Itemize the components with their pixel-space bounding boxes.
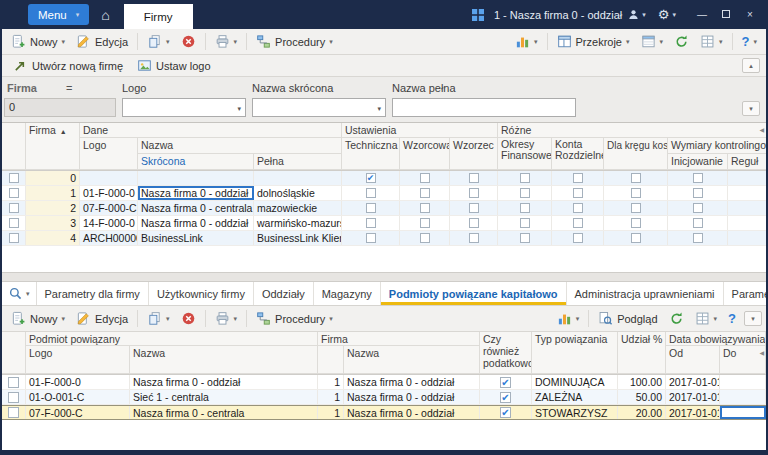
flag-cell[interactable]: ✔	[342, 171, 400, 185]
detail-layout-button[interactable]: ▾	[690, 309, 723, 328]
skrocona-cell[interactable]: Nasza firma 0 - centrala	[138, 201, 254, 215]
checkbox-unchecked-icon[interactable]	[9, 188, 19, 198]
checkbox-unchecked-icon[interactable]	[693, 218, 703, 228]
detail-print-button[interactable]: ▾	[210, 309, 243, 328]
panel-splitter[interactable]	[2, 272, 766, 282]
checkbox-unchecked-icon[interactable]	[631, 218, 641, 228]
detail-new-button[interactable]: Nowy ▾	[6, 309, 70, 328]
filter-operator[interactable]: =	[66, 82, 72, 94]
company-row[interactable]: 207-F-000-CNasza firma 0 - centralamazow…	[2, 201, 766, 216]
checkbox-unchecked-icon[interactable]	[366, 188, 376, 198]
checkbox-unchecked-icon[interactable]	[520, 218, 530, 228]
collapse-detail-button[interactable]: ▾	[744, 311, 762, 326]
scroll-left-icon[interactable]: ◀	[759, 126, 764, 133]
skrocona-cell[interactable]: BusinessLink	[138, 231, 254, 245]
col-header-pelna[interactable]: Pełna	[254, 154, 342, 170]
view-button[interactable]: ▾	[636, 32, 669, 51]
detail-tab[interactable]: Parametry komunikacji z UPS	[724, 282, 766, 305]
checkbox-unchecked-icon[interactable]	[420, 173, 430, 183]
group-header-firma[interactable]: Firma	[318, 332, 480, 346]
col-header-firma[interactable]: Firma▲	[26, 123, 80, 170]
flag-cell[interactable]	[498, 186, 552, 200]
checkbox-unchecked-icon[interactable]	[9, 233, 19, 243]
chevron-down-icon[interactable]: ▾	[642, 11, 646, 18]
col-header-od[interactable]: Od	[666, 346, 720, 374]
flag-cell[interactable]	[450, 231, 498, 245]
help-button[interactable]: ? ▾	[737, 33, 762, 50]
col-header-typ[interactable]: Typ powiązania	[532, 332, 618, 374]
layout-button[interactable]: ▾	[695, 32, 728, 51]
checkbox-unchecked-icon[interactable]	[469, 203, 479, 213]
flag-cell[interactable]	[498, 231, 552, 245]
checkbox-unchecked-icon[interactable]	[520, 203, 530, 213]
checkbox-unchecked-icon[interactable]	[366, 203, 376, 213]
row-select-cell[interactable]	[2, 231, 26, 245]
checkbox-checked-icon[interactable]: ✔	[500, 407, 511, 418]
detail-delete-button[interactable]	[176, 309, 201, 328]
company-row[interactable]: 0✔	[2, 171, 766, 186]
col-header-skrocona[interactable]: Skrócona	[138, 154, 254, 170]
company-row[interactable]: 314-F-000-0Nasza firma 0 - oddziałwarmiń…	[2, 216, 766, 231]
company-row[interactable]: 4ARCH00000BusinessLinkBusinessLink Klien…	[2, 231, 766, 246]
refresh-button[interactable]	[669, 32, 694, 51]
flag-cell[interactable]	[604, 186, 668, 200]
active-company-selector[interactable]: 1 - Nasza firma 0 - oddział	[494, 9, 622, 21]
minimize-button[interactable]: —	[690, 9, 714, 20]
checkbox-unchecked-icon[interactable]	[9, 203, 19, 213]
checkbox-unchecked-icon[interactable]	[469, 233, 479, 243]
maximize-button[interactable]	[714, 9, 738, 20]
checkbox-unchecked-icon[interactable]	[631, 233, 641, 243]
checkbox-unchecked-icon[interactable]	[8, 377, 19, 388]
copy-button[interactable]: ▾	[142, 32, 175, 51]
checkbox-unchecked-icon[interactable]	[420, 203, 430, 213]
checkbox-unchecked-icon[interactable]	[573, 173, 583, 183]
col-header-udzial[interactable]: Udział %	[618, 332, 666, 374]
detail-copy-button[interactable]: ▾	[142, 309, 175, 328]
detail-tab[interactable]: Administracja uprawnieniami	[567, 282, 724, 305]
col-header-logo[interactable]: Logo	[26, 346, 130, 374]
checkbox-unchecked-icon[interactable]	[420, 233, 430, 243]
checkbox-unchecked-icon[interactable]	[469, 173, 479, 183]
detail-tab[interactable]: Parametry dla firmy	[37, 282, 149, 305]
detail-procedures-button[interactable]: Procedury ▾	[251, 309, 338, 328]
flag-cell[interactable]	[400, 216, 450, 230]
checkbox-unchecked-icon[interactable]	[631, 173, 641, 183]
checkbox-unchecked-icon[interactable]	[693, 203, 703, 213]
flag-cell[interactable]	[498, 216, 552, 230]
pelna-filter-input[interactable]	[392, 98, 576, 117]
preview-button[interactable]: Podgląd	[593, 309, 662, 328]
checkbox-unchecked-icon[interactable]	[469, 188, 479, 198]
podatkowo-cell[interactable]: ✔	[480, 390, 532, 404]
select-all-header[interactable]	[2, 332, 26, 374]
flag-cell[interactable]	[342, 231, 400, 245]
detail-tab[interactable]: Podmioty powiązane kapitałowo	[381, 282, 567, 305]
row-select-cell[interactable]	[2, 375, 26, 389]
skrocona-cell[interactable]	[138, 171, 254, 185]
col-header-firma-nr[interactable]	[318, 346, 344, 374]
checkbox-unchecked-icon[interactable]	[631, 188, 641, 198]
close-button[interactable]: ×	[738, 9, 762, 20]
flag-cell[interactable]	[498, 171, 552, 185]
flag-cell[interactable]	[552, 186, 604, 200]
checkbox-unchecked-icon[interactable]	[573, 218, 583, 228]
do-cell[interactable]	[720, 406, 766, 419]
firma-filter-value[interactable]: 0	[4, 98, 116, 117]
col-header-regul[interactable]: Reguł	[728, 154, 766, 170]
col-header-firma-nazwa[interactable]: Nazwa	[344, 346, 480, 374]
checkbox-unchecked-icon[interactable]	[693, 188, 703, 198]
set-logo-button[interactable]: Ustaw logo	[132, 56, 215, 75]
col-header-nazwa[interactable]: Nazwa	[130, 346, 318, 374]
checkbox-unchecked-icon[interactable]	[8, 407, 19, 418]
col-header-czy-podatkowo[interactable]: Czy również podatkowo	[480, 332, 532, 374]
group-header-podmiot[interactable]: Podmiot powiązany	[26, 332, 318, 346]
flag-cell[interactable]	[450, 201, 498, 215]
group-header-rozne[interactable]: Różne	[498, 123, 766, 138]
flag-cell[interactable]	[668, 201, 728, 215]
group-header-nazwa[interactable]: Nazwa	[138, 138, 342, 154]
checkbox-unchecked-icon[interactable]	[573, 188, 583, 198]
do-cell[interactable]	[720, 390, 766, 404]
tab-lookup-button[interactable]: ▾	[2, 282, 37, 305]
checkbox-unchecked-icon[interactable]	[573, 203, 583, 213]
edit-button[interactable]: Edycja	[71, 32, 133, 51]
scroll-left-icon[interactable]: ◀	[759, 349, 764, 356]
